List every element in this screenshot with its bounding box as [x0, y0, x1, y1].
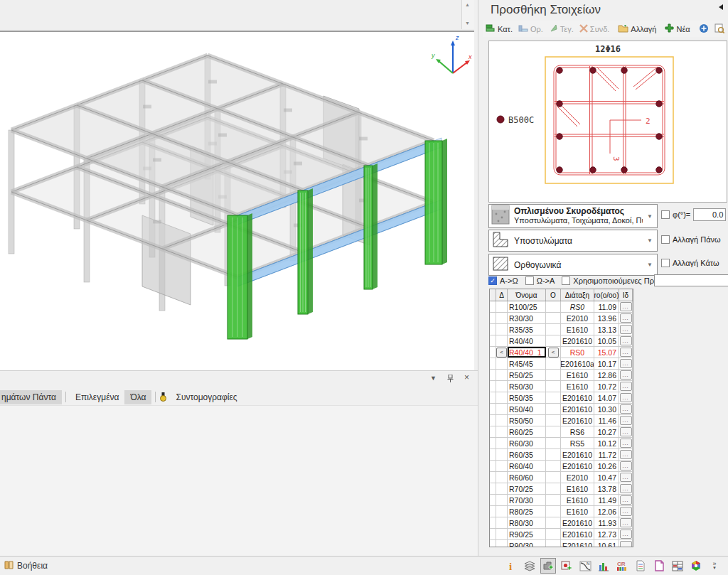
- table-cell[interactable]: ...: [619, 301, 633, 312]
- table-cell[interactable]: ...: [619, 404, 633, 414]
- row-more-button[interactable]: ...: [620, 461, 632, 471]
- row-more-button[interactable]: ...: [620, 370, 632, 380]
- row-edit-button[interactable]: <: [548, 348, 559, 358]
- used-first-checkbox[interactable]: [562, 276, 570, 285]
- table-cell[interactable]: ...: [619, 529, 633, 539]
- tab-abbreviations[interactable]: Συντομογραφίες: [170, 390, 242, 404]
- sort-za-checkbox[interactable]: [525, 276, 534, 285]
- add-section-icon[interactable]: [540, 558, 556, 574]
- selected-column-side[interactable]: [442, 139, 447, 264]
- row-more-button[interactable]: ...: [620, 336, 632, 345]
- row-more-button[interactable]: ...: [620, 348, 632, 357]
- table-cell[interactable]: ...: [619, 472, 633, 483]
- table-row[interactable]: R80/25E161012.06...: [490, 506, 633, 517]
- strip-scrollbar[interactable]: ▲ ▼: [461, 0, 474, 29]
- table-cell[interactable]: ...: [619, 370, 633, 380]
- table-cell[interactable]: ...: [619, 392, 633, 403]
- header-ro[interactable]: ro(o/oo): [594, 289, 619, 301]
- connections-button[interactable]: Συνδ.: [577, 23, 613, 36]
- table-cell[interactable]: ...: [619, 347, 633, 358]
- close-icon[interactable]: ×: [464, 375, 469, 384]
- tab-selected[interactable]: Επιλεγμένα: [70, 390, 125, 404]
- table-row[interactable]: R50/40E20161010.30...: [490, 404, 633, 415]
- selected-column-side[interactable]: [247, 213, 252, 339]
- table-row[interactable]: R60/30RS510.12...: [490, 438, 633, 449]
- scroll-up-icon[interactable]: ▲: [462, 0, 473, 9]
- row-more-button[interactable]: ...: [620, 427, 632, 436]
- row-more-button[interactable]: ...: [620, 313, 632, 323]
- add-node-icon[interactable]: [559, 558, 574, 574]
- table-row[interactable]: R40/40E20161010.05...: [490, 335, 633, 347]
- table-cell[interactable]: ...: [619, 324, 633, 335]
- panel-menu-arrow-icon[interactable]: ▼: [430, 375, 437, 384]
- table-row[interactable]: R50/25E161012.86...: [490, 370, 633, 381]
- layers-icon[interactable]: [522, 558, 537, 574]
- table-row[interactable]: R90/30E20161010.61...: [490, 540, 633, 547]
- shape-combo[interactable]: Ορθογωνικά ▼: [488, 254, 658, 276]
- results-bars-icon[interactable]: [596, 558, 611, 574]
- table-cell[interactable]: ...: [619, 495, 633, 505]
- header-delta[interactable]: Δ: [496, 289, 508, 301]
- table-cell[interactable]: ...: [619, 426, 633, 437]
- report-icon[interactable]: [633, 558, 648, 574]
- viewport-3d[interactable]: zxy: [0, 32, 474, 370]
- new-button[interactable]: Νέα: [662, 22, 692, 36]
- table-row[interactable]: R50/50E20161011.46...: [490, 415, 633, 426]
- info-icon[interactable]: i: [503, 558, 519, 574]
- filter-input[interactable]: [654, 274, 728, 286]
- status-overflow-icon[interactable]: »▼: [707, 558, 722, 574]
- table-row[interactable]: R70/25E161013.78...: [490, 483, 633, 495]
- material-combo[interactable]: Οπλισμένου Σκυροδέματος Υποστυλώματα, Το…: [488, 204, 658, 228]
- sort-az-checkbox[interactable]: ✓: [488, 276, 497, 285]
- table-cell[interactable]: ...: [619, 358, 633, 369]
- floors-button[interactable]: Ορ.: [515, 22, 546, 36]
- table-cell[interactable]: ...: [619, 313, 633, 323]
- row-more-button[interactable]: ...: [620, 484, 632, 493]
- table-row[interactable]: R60/25RS610.27...: [490, 426, 633, 438]
- interaction-chart-icon[interactable]: N: [577, 558, 593, 574]
- table-cell[interactable]: ...: [619, 449, 633, 460]
- table-row[interactable]: R60/40E20161010.26...: [490, 461, 633, 472]
- phi-checkbox[interactable]: [661, 210, 670, 219]
- table-cell[interactable]: ...: [619, 335, 633, 346]
- table-row[interactable]: R30/30E201013.96...: [490, 313, 633, 324]
- table-cell[interactable]: ...: [619, 381, 633, 392]
- cr-colors-icon[interactable]: CR: [614, 558, 630, 574]
- table-row[interactable]: R60/60E201010.47...: [490, 472, 633, 483]
- table-cell[interactable]: ...: [619, 438, 633, 448]
- table-row[interactable]: R50/35E20161014.07...: [490, 392, 633, 404]
- selected-column-side[interactable]: [373, 163, 378, 289]
- phi-input[interactable]: 0.0: [693, 208, 726, 221]
- selected-column-side[interactable]: [308, 188, 313, 314]
- table-row[interactable]: R35/35E161013.13...: [490, 324, 633, 335]
- table-row[interactable]: R70/30E161011.49...: [490, 495, 633, 506]
- table-row[interactable]: R50/30E161010.72...: [490, 381, 633, 392]
- row-more-button[interactable]: ...: [620, 302, 632, 311]
- row-more-button[interactable]: ...: [620, 541, 632, 547]
- table-cell[interactable]: ...: [619, 517, 633, 528]
- row-more-button[interactable]: ...: [620, 382, 632, 391]
- row-more-button[interactable]: ...: [620, 439, 632, 448]
- table-cell[interactable]: ...: [619, 461, 633, 471]
- table-cell[interactable]: <: [546, 347, 561, 358]
- table-cell[interactable]: ...: [619, 483, 633, 494]
- table-cell[interactable]: <: [496, 347, 508, 358]
- row-more-button[interactable]: ...: [620, 507, 632, 516]
- beams-button[interactable]: Τεγ.: [546, 22, 577, 36]
- table-row[interactable]: R45/45E201610a10.17...: [490, 358, 633, 370]
- row-more-button[interactable]: ...: [620, 325, 632, 334]
- scroll-down-icon[interactable]: ▼: [462, 18, 473, 28]
- pin-icon[interactable]: [447, 375, 454, 384]
- row-more-button[interactable]: ...: [620, 473, 632, 482]
- row-more-button[interactable]: ...: [620, 404, 632, 414]
- zoom-window-button[interactable]: [712, 22, 727, 36]
- row-more-button[interactable]: ...: [620, 518, 632, 527]
- header-id[interactable]: Ιδ: [619, 289, 633, 301]
- table-row[interactable]: R100/25RS011.09...: [490, 301, 633, 313]
- row-more-button[interactable]: ...: [620, 359, 632, 368]
- blank-page-icon[interactable]: [651, 558, 667, 574]
- table-row[interactable]: R60/35E20161011.72...: [490, 449, 633, 461]
- table-cell[interactable]: ...: [619, 540, 633, 547]
- collapse-arrow-icon[interactable]: [719, 4, 723, 10]
- table-row[interactable]: R80/30E20161011.93...: [490, 517, 633, 529]
